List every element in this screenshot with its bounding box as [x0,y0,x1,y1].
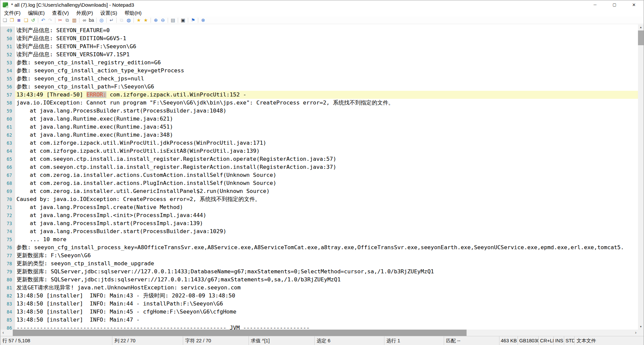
menu-item-file[interactable]: 文件(F) [0,9,24,16]
menu-item-help[interactable]: 帮助(H) [121,9,145,16]
word-wrap-icon[interactable]: ↵ [108,17,115,23]
status-eol-mode[interactable]: CR+LF [539,336,554,345]
line-text[interactable]: at java.lang.ProcessBuilder.start(Proces… [15,227,639,235]
line-text[interactable]: at com.izforge.izpack.util.WinProcUtil.i… [15,147,639,155]
line-text[interactable]: java.io.IOException: Cannot run program … [15,99,639,107]
status-character[interactable]: 字符 22 / 70 [183,336,249,345]
save-as-icon[interactable]: ❑ [23,17,29,23]
line-text[interactable]: 读到产品信息: SEEYON_FEATURE=0 [15,26,639,34]
line-number[interactable]: 69 [0,187,15,195]
status-matches[interactable]: 匹配 -- [444,336,499,345]
menu-item-view[interactable]: 查看(V) [48,9,72,16]
vertical-scrollbar[interactable]: ▲ ▼ [638,24,644,330]
scheme-settings-icon[interactable]: ▤ [170,17,176,23]
line-text[interactable]: at com.seeyon.ctp.install.ia.install_reg… [15,163,639,171]
maximize-button[interactable]: ▢ [605,0,624,9]
zoom-view-icon[interactable]: ◎ [98,17,105,23]
status-file-size[interactable]: 463 KB [499,336,518,345]
line-text[interactable]: at java.lang.ProcessImpl.start(ProcessIm… [15,219,639,227]
line-number[interactable]: 55 [0,75,15,83]
line-text[interactable]: Caused by: java.io.IOException: CreatePr… [15,195,639,203]
close-button[interactable]: ✕ [624,0,644,9]
line-number[interactable]: 85 [0,316,15,324]
zoom-in-icon[interactable]: ⊕ [153,17,159,23]
line-number[interactable]: 80 [0,276,15,284]
status-selected-chars[interactable]: 选定 6 [315,336,384,345]
menu-item-edit[interactable]: 编辑(E) [24,9,48,16]
editor-area[interactable]: 49读到产品信息: SEEYON_FEATURE=050读到产品信息: SEEY… [0,24,639,330]
line-number[interactable]: 54 [0,67,15,75]
line-number[interactable]: 52 [0,51,15,59]
line-text[interactable]: ... 10 more [15,235,639,244]
line-number[interactable]: 83 [0,300,15,308]
line-number[interactable]: 64 [0,147,15,155]
line-number[interactable]: 61 [0,123,15,131]
exit-icon[interactable]: ⊗ [200,17,206,23]
pin-on-top-icon[interactable]: ⚑ [190,17,196,23]
horizontal-scroll-thumb[interactable] [13,330,467,336]
line-number[interactable]: 66 [0,163,15,171]
line-number[interactable]: 59 [0,107,15,115]
line-text[interactable]: at java.lang.ProcessBuilder.start(Proces… [15,107,639,115]
line-text[interactable]: 13:43:49 [Thread-50] ERROR: com.izforge.… [15,91,639,99]
line-number[interactable]: 84 [0,308,15,316]
line-number[interactable]: 78 [0,260,15,268]
line-text[interactable]: 参数: seeyon_cfg_install_action_type_key=g… [15,67,639,75]
status-std-mode[interactable]: STD [564,336,575,345]
line-text[interactable]: 读到产品信息: SEEYON_VERSION=V7.1SP1 [15,51,639,59]
line-number[interactable]: 86 [0,324,15,330]
status-line[interactable]: 行 57 / 5,108 [0,336,112,345]
line-text[interactable]: at com.seeyon.ctp.install.ia.install_reg… [15,155,639,163]
line-number[interactable]: 51 [0,43,15,51]
line-number[interactable]: 77 [0,252,15,260]
line-number[interactable]: 73 [0,219,15,227]
line-number[interactable]: 57 [0,91,15,99]
undo-icon[interactable]: ↶ [40,17,46,23]
console-icon[interactable]: ▣ [180,17,186,23]
app-icon[interactable] [3,2,8,7]
line-text[interactable]: 13:48:50 [installer] INFO: Main:43 - 升级时… [15,292,639,300]
line-text[interactable]: at com.izforge.izpack.util.WinProcUtil.j… [15,139,639,147]
zoom-out-icon[interactable]: ⊖ [160,17,166,23]
favorites-icon[interactable]: ★ [136,17,142,23]
line-number[interactable]: 49 [0,26,15,34]
line-text[interactable]: 更新的类型: seeyon_ctp_install_mode_upgrade [15,260,639,268]
line-text[interactable]: 更新数据库: SQLServer,jdbc:jtds:sqlserver://1… [15,276,639,284]
line-number[interactable]: 72 [0,211,15,219]
line-text[interactable]: at java.lang.ProcessImpl.<init>(ProcessI… [15,211,639,219]
line-text[interactable]: 13:48:50 [installer] INFO: Main:45 - cfg… [15,308,639,316]
horizontal-scrollbar[interactable]: ‹ › [0,330,639,336]
vertical-scroll-thumb[interactable] [638,30,644,45]
scroll-down-arrow-icon[interactable]: ▼ [638,324,644,330]
cut-icon[interactable]: ✂ [57,17,63,23]
scroll-left-arrow-icon[interactable]: ‹ [0,330,6,336]
copy-icon[interactable]: ⧉ [64,17,70,23]
status-insert-mode[interactable]: INS [554,336,564,345]
minimize-button[interactable]: ─ [585,0,605,9]
line-number[interactable]: 58 [0,99,15,107]
line-number[interactable]: 56 [0,83,15,91]
line-text[interactable]: 13:48:50 [installer] INFO: Main:44 - ins… [15,300,639,308]
line-text[interactable]: at java.lang.Runtime.exec(Runtime.java:6… [15,115,639,123]
open-file-icon[interactable]: ❐ [9,17,15,23]
line-text[interactable]: 更新数据库: SQLServer,jdbc:sqlserver://127.0.… [15,268,639,276]
line-text[interactable]: 参数: seeyon_ctp_install_registry_edition=… [15,59,639,67]
line-text[interactable]: 参数: seeyon_ctp_install_path=F:\Seeyon\G6 [15,83,639,91]
line-number[interactable]: 75 [0,235,15,244]
line-number[interactable]: 67 [0,171,15,179]
line-text[interactable]: 读到产品信息: SEEYON_PATH=F:\Seeyon\G6 [15,43,639,51]
replace-icon[interactable]: ba [88,17,95,23]
line-text[interactable]: at java.lang.Runtime.exec(Runtime.java:3… [15,131,639,139]
line-number[interactable]: 71 [0,203,15,211]
status-column[interactable]: 列 22 / 70 [112,336,183,345]
line-number[interactable]: 62 [0,131,15,139]
line-text[interactable]: 读到产品信息: SEEYON_EDITION=G6V5-1 [15,34,639,43]
line-text[interactable]: at java.lang.Runtime.exec(Runtime.java:4… [15,123,639,131]
line-text[interactable]: at java.lang.ProcessImpl.create(Native M… [15,203,639,211]
line-number[interactable]: 68 [0,179,15,187]
menu-item-settings[interactable]: 设置(S) [97,9,121,16]
revert-file-icon[interactable]: ↺ [30,17,36,23]
scroll-up-arrow-icon[interactable]: ▲ [638,24,644,30]
encoding-icon[interactable]: ◍ [125,17,132,23]
copy-all-icon[interactable]: ⧉ [118,17,125,23]
